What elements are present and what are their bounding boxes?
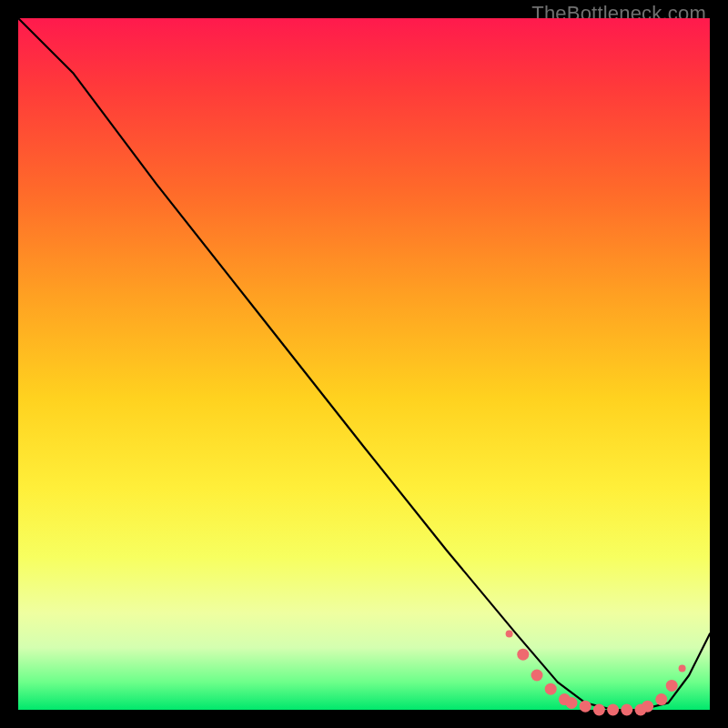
curve-dot xyxy=(607,704,619,716)
curve-dot xyxy=(531,670,543,682)
bottleneck-curve xyxy=(18,18,710,710)
curve-dots xyxy=(506,630,686,715)
curve-dot xyxy=(506,630,513,637)
curve-dot xyxy=(621,704,632,716)
curve-dot xyxy=(655,693,667,705)
chart-svg xyxy=(18,18,710,710)
curve-dot xyxy=(679,664,686,672)
plot-area xyxy=(18,18,710,710)
curve-dot xyxy=(642,701,653,713)
curve-dot xyxy=(593,704,605,716)
curve-dot xyxy=(580,701,592,713)
curve-dot xyxy=(566,697,578,709)
curve-dot xyxy=(666,680,678,692)
curve-dot xyxy=(517,649,529,661)
chart-frame: TheBottleneck.com xyxy=(0,0,728,728)
curve-dot xyxy=(545,683,557,695)
